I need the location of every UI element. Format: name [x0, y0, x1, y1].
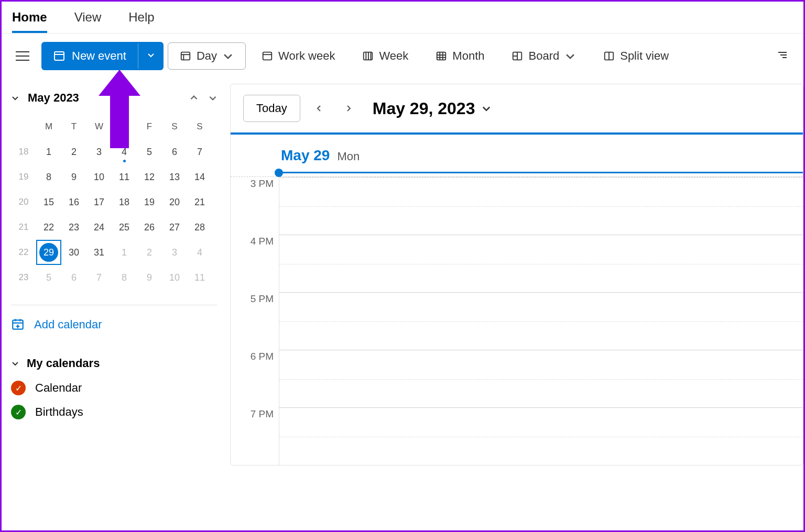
split-view-button[interactable]: Split view: [592, 43, 680, 69]
mini-calendar-day[interactable]: 30: [61, 240, 86, 265]
mini-calendar-day[interactable]: 1: [112, 240, 137, 265]
mini-calendar-day[interactable]: 20: [162, 190, 187, 215]
new-event-button[interactable]: New event: [41, 42, 138, 70]
main-calendar-pane: Today May 29, 2023 May 29 Mon 3 PM4 PM5 …: [230, 84, 803, 465]
hour-row[interactable]: [279, 350, 803, 407]
mini-calendar-day[interactable]: 22: [36, 215, 61, 240]
mini-calendar-day[interactable]: 10: [86, 164, 112, 190]
calendar-item[interactable]: ✓Calendar: [11, 381, 217, 395]
week-button[interactable]: Week: [351, 43, 420, 69]
my-calendars-label: My calendars: [27, 357, 100, 370]
work-week-button[interactable]: Work week: [250, 43, 346, 69]
mini-calendar-day[interactable]: 12: [137, 164, 162, 190]
board-button[interactable]: Board: [500, 43, 588, 69]
mini-calendar-day[interactable]: 3: [162, 240, 187, 265]
current-time-indicator: [279, 172, 803, 173]
mini-calendar-day[interactable]: 13: [162, 164, 187, 190]
week-number: 23: [11, 265, 36, 290]
mini-calendar-day[interactable]: 1: [36, 139, 61, 164]
mini-calendar-day[interactable]: 3: [86, 139, 112, 164]
mini-calendar-day[interactable]: 15: [36, 190, 61, 215]
calendar-item[interactable]: ✓Birthdays: [11, 405, 217, 419]
toolbar: New event Day Work week Week Month Board…: [2, 33, 803, 79]
hour-label: 7 PM: [231, 407, 279, 465]
mini-calendar-day[interactable]: 11: [112, 164, 137, 190]
time-grid[interactable]: 3 PM4 PM5 PM6 PM7 PM: [231, 177, 803, 465]
chevron-down-icon: [564, 50, 576, 62]
mini-calendar-day[interactable]: 31: [86, 240, 112, 265]
mini-calendar-day[interactable]: 19: [137, 190, 162, 215]
hour-label: 5 PM: [231, 292, 279, 350]
mini-calendar-day[interactable]: 5: [36, 265, 61, 290]
mini-calendar-day[interactable]: 25: [112, 215, 137, 240]
mini-calendar-day[interactable]: 7: [187, 139, 212, 164]
add-calendar-button[interactable]: Add calendar: [11, 318, 217, 331]
mini-calendar-day[interactable]: 10: [162, 265, 187, 290]
hour-label: 4 PM: [231, 235, 279, 292]
prev-day-button[interactable]: [309, 98, 330, 119]
mini-calendar-day[interactable]: 27: [162, 215, 187, 240]
mini-calendar-day[interactable]: 6: [61, 265, 86, 290]
tab-home[interactable]: Home: [12, 6, 47, 33]
tab-help[interactable]: Help: [128, 6, 154, 33]
mini-calendar-day[interactable]: 21: [187, 190, 212, 215]
chevron-down-icon: [11, 359, 19, 368]
calendar-name: Calendar: [35, 381, 82, 395]
mini-calendar-day[interactable]: 14: [187, 164, 212, 190]
hour-row[interactable]: [279, 177, 803, 235]
dow-header: S: [187, 114, 212, 139]
date-picker-title[interactable]: May 29, 2023: [373, 99, 492, 118]
mini-calendar-day[interactable]: 23: [61, 215, 86, 240]
tab-view[interactable]: View: [74, 6, 102, 33]
mini-calendar-day[interactable]: 26: [137, 215, 162, 240]
svg-rect-2: [181, 52, 190, 60]
next-day-button[interactable]: [338, 98, 359, 119]
today-button[interactable]: Today: [243, 95, 300, 122]
next-month-icon[interactable]: [208, 93, 217, 103]
mini-calendar-day[interactable]: 9: [61, 164, 86, 190]
more-icon[interactable]: [772, 49, 793, 63]
week-label: Week: [379, 49, 408, 63]
hour-row[interactable]: [279, 407, 803, 465]
mini-calendar-day[interactable]: 7: [86, 265, 112, 290]
collapse-month-icon[interactable]: [11, 94, 19, 102]
month-button[interactable]: Month: [424, 43, 496, 69]
board-label: Board: [528, 49, 559, 63]
mini-calendar-day[interactable]: 29: [36, 240, 61, 265]
calendar-checkbox-icon: ✓: [11, 405, 26, 419]
month-label: Month: [452, 49, 484, 63]
mini-calendar-day[interactable]: 28: [187, 215, 212, 240]
mini-calendar-day[interactable]: 16: [61, 190, 86, 215]
mini-calendar-day[interactable]: 24: [86, 215, 112, 240]
mini-calendar-day[interactable]: 18: [112, 190, 137, 215]
split-view-label: Split view: [620, 49, 669, 63]
mini-calendar-day[interactable]: 4: [187, 240, 212, 265]
week-number: 19: [11, 164, 36, 190]
prev-month-icon[interactable]: [189, 93, 199, 103]
mini-calendar-day[interactable]: 4: [112, 139, 137, 164]
dow-header: S: [162, 114, 187, 139]
mini-calendar-day[interactable]: 5: [137, 139, 162, 164]
mini-calendar-day[interactable]: 11: [187, 265, 212, 290]
mini-calendar: MTWTFSS181234567198910111213142015161718…: [11, 114, 217, 290]
week-number: 20: [11, 190, 36, 215]
mini-calendar-day[interactable]: 6: [162, 139, 187, 164]
mini-calendar-day[interactable]: 2: [61, 139, 86, 164]
top-tabs: Home View Help: [2, 2, 803, 33]
new-event-dropdown[interactable]: [138, 43, 164, 69]
my-calendars-header[interactable]: My calendars: [11, 357, 217, 370]
mini-calendar-day[interactable]: 17: [86, 190, 112, 215]
mini-calendar-day[interactable]: 8: [36, 164, 61, 190]
hamburger-icon[interactable]: [12, 46, 33, 66]
mini-calendar-day[interactable]: 9: [137, 265, 162, 290]
new-event-button-group: New event: [41, 42, 164, 70]
hour-row[interactable]: [279, 292, 803, 350]
sidebar: May 2023 MTWTFSS181234567198910111213142…: [2, 79, 227, 465]
day-view-button[interactable]: Day: [168, 42, 246, 70]
mini-calendar-day[interactable]: 2: [137, 240, 162, 265]
mini-calendar-day[interactable]: 8: [112, 265, 137, 290]
svg-rect-11: [437, 52, 446, 60]
add-calendar-label: Add calendar: [34, 318, 102, 331]
hour-row[interactable]: [279, 235, 803, 292]
work-week-label: Work week: [278, 49, 335, 63]
